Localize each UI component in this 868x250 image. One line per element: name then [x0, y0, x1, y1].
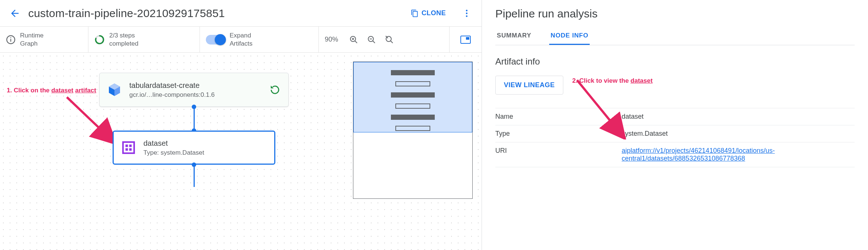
svg-line-25	[577, 80, 618, 130]
back-button[interactable]	[6, 4, 24, 22]
minimap[interactable]	[353, 62, 473, 199]
zoom-percent: 90%	[325, 36, 341, 43]
svg-rect-22	[129, 145, 132, 147]
zoom-out-button[interactable]	[366, 34, 377, 45]
graph-edge-port	[192, 162, 196, 167]
minimap-node	[391, 70, 435, 75]
node-subtitle: Type: system.Dataset	[143, 149, 268, 157]
svg-rect-18	[466, 37, 469, 40]
graph-edge	[194, 107, 195, 131]
cube-icon	[106, 82, 123, 98]
view-lineage-button[interactable]: VIEW LINEAGE	[495, 76, 563, 95]
zoom-reset-button[interactable]	[384, 34, 395, 45]
minimap-icon	[460, 36, 471, 44]
clone-button[interactable]: CLONE	[405, 6, 452, 21]
dataset-icon	[120, 139, 137, 156]
svg-line-12	[373, 41, 375, 43]
right-panel-title: Pipeline run analysis	[495, 0, 855, 27]
arrow-left-icon	[9, 8, 20, 19]
zoom-reset-icon	[385, 35, 394, 44]
table-row: URI aiplatform://v1/projects/46214106849…	[495, 142, 855, 167]
page-title: custom-train-pipeline-20210929175851	[28, 7, 405, 20]
pipeline-graph-canvas[interactable]: 1. Click on the dataset artifact tabular…	[0, 53, 482, 250]
tab-summary[interactable]: SUMMARY	[495, 27, 533, 45]
more-vert-icon	[462, 9, 472, 18]
zoom-in-icon	[349, 35, 358, 44]
graph-edge-port	[192, 105, 196, 109]
node-dataset-artifact[interactable]: dataset Type: system.Dataset	[113, 131, 275, 165]
clone-icon	[411, 9, 419, 17]
progress-icon	[94, 34, 105, 45]
svg-line-8	[355, 41, 357, 43]
node-rerun-button[interactable]	[268, 83, 282, 96]
svg-rect-23	[126, 148, 128, 151]
table-row: Name dataset	[495, 108, 855, 125]
minimap-node	[395, 103, 430, 109]
toggle-minimap-button[interactable]	[460, 34, 471, 45]
minimap-node	[395, 126, 430, 131]
steps-completed-label: 2/3 steps completed	[109, 32, 138, 47]
node-subtitle: gcr.io/…line-components:0.1.6	[129, 91, 262, 99]
prop-name-value: dataset	[622, 108, 855, 125]
prop-type-value: system.Dataset	[622, 125, 855, 142]
node-tabulardataset-create[interactable]: tabulardataset-create gcr.io/…line-compo…	[99, 73, 289, 107]
node-title: tabulardataset-create	[129, 81, 262, 90]
minimap-node	[395, 81, 430, 86]
expand-artifacts-label: Expand Artifacts	[230, 32, 252, 47]
svg-rect-4	[10, 39, 11, 42]
table-row: Type system.Dataset	[495, 125, 855, 142]
svg-point-0	[466, 10, 467, 11]
prop-uri-link[interactable]: aiplatform://v1/projects/462141068491/lo…	[622, 147, 775, 162]
section-heading-artifact-info: Artifact info	[495, 56, 855, 67]
svg-line-15	[391, 41, 393, 43]
svg-rect-20	[123, 142, 134, 153]
minimap-node	[391, 115, 435, 120]
clone-button-label: CLONE	[422, 9, 446, 17]
annotation-2-arrow	[570, 76, 637, 139]
node-title: dataset	[143, 139, 268, 148]
graph-edge	[194, 165, 195, 187]
runtime-graph-label: Runtime Graph	[20, 32, 43, 47]
svg-point-1	[466, 12, 467, 14]
artifact-properties-table: Name dataset Type system.Dataset URI aip…	[495, 108, 855, 167]
svg-rect-24	[129, 148, 132, 151]
svg-rect-5	[10, 37, 11, 38]
annotation-1: 1. Click on the dataset artifact	[7, 87, 96, 94]
zoom-out-icon	[367, 35, 376, 44]
zoom-in-button[interactable]	[349, 34, 359, 45]
retry-icon	[269, 84, 281, 95]
minimap-node	[391, 92, 435, 98]
more-menu-button[interactable]	[458, 4, 476, 22]
expand-artifacts-toggle[interactable]	[206, 35, 225, 45]
tab-node-info[interactable]: NODE INFO	[549, 27, 590, 45]
svg-rect-21	[126, 145, 128, 147]
svg-point-2	[466, 15, 467, 17]
info-icon	[6, 35, 16, 45]
prop-uri-label: URI	[495, 142, 622, 167]
